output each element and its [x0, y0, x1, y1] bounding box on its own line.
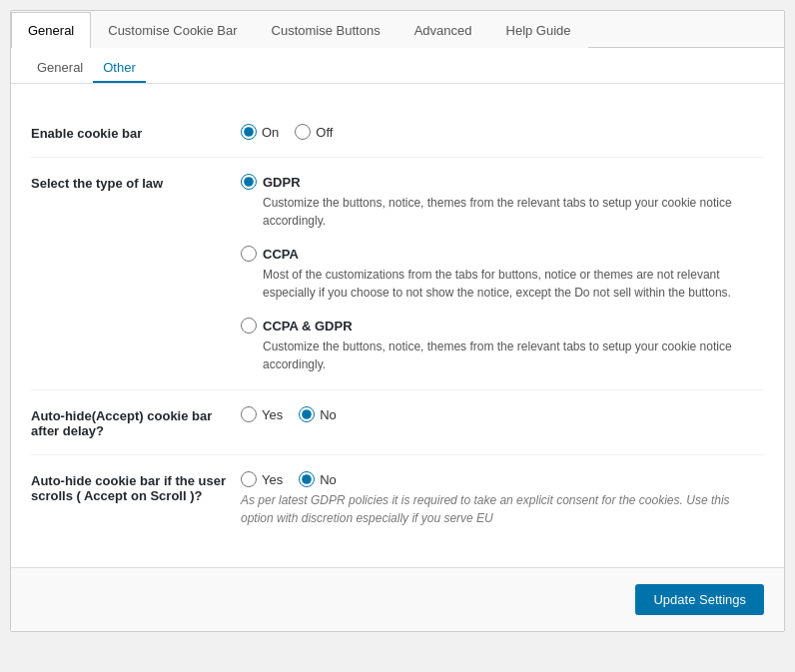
settings-content: Enable cookie bar On Off Select the type… — [11, 84, 784, 567]
enable-cookie-off-radio[interactable] — [295, 124, 311, 140]
ccpa-radio-row: CCPA — [241, 246, 764, 262]
auto-hide-delay-content: Yes No — [241, 406, 764, 422]
tab-customise-buttons[interactable]: Customise Buttons — [255, 12, 398, 48]
auto-hide-delay-row: Auto-hide(Accept) cookie bar after delay… — [31, 390, 764, 455]
ccpa-gdpr-option: CCPA & GDPR Customize the buttons, notic… — [241, 318, 764, 373]
ccpa-radio[interactable] — [241, 246, 257, 262]
enable-cookie-off-label[interactable]: Off — [316, 125, 333, 140]
tab-advanced[interactable]: Advanced — [398, 12, 489, 48]
ccpa-label[interactable]: CCPA — [263, 247, 299, 262]
ccpa-gdpr-radio-row: CCPA & GDPR — [241, 318, 764, 334]
auto-hide-scroll-content: Yes No As per latest GDPR policies it is… — [241, 471, 764, 527]
gdpr-label[interactable]: GDPR — [263, 175, 301, 190]
enable-cookie-bar-on[interactable]: On — [241, 124, 279, 140]
gdpr-option: GDPR Customize the buttons, notice, them… — [241, 174, 764, 230]
auto-hide-delay-no-label[interactable]: No — [320, 407, 337, 422]
auto-hide-scroll-no-radio[interactable] — [299, 471, 315, 487]
auto-hide-scroll-no[interactable]: No — [299, 471, 337, 487]
auto-hide-delay-no-radio[interactable] — [299, 406, 315, 422]
enable-cookie-bar-label: Enable cookie bar — [31, 124, 241, 141]
ccpa-gdpr-radio[interactable] — [241, 318, 257, 334]
update-settings-button[interactable]: Update Settings — [635, 584, 764, 615]
auto-hide-delay-yes[interactable]: Yes — [241, 406, 283, 422]
enable-cookie-bar-off[interactable]: Off — [295, 124, 333, 140]
sub-tab-general[interactable]: General — [27, 56, 93, 83]
ccpa-desc: Most of the customizations from the tabs… — [263, 266, 764, 302]
auto-hide-scroll-no-label[interactable]: No — [320, 472, 337, 487]
enable-cookie-bar-options: On Off — [241, 124, 764, 140]
ccpa-option: CCPA Most of the customizations from the… — [241, 246, 764, 302]
auto-hide-scroll-options: Yes No — [241, 471, 764, 487]
settings-panel: General Customise Cookie Bar Customise B… — [10, 10, 785, 632]
auto-hide-delay-no[interactable]: No — [299, 406, 337, 422]
auto-hide-delay-yes-radio[interactable] — [241, 406, 257, 422]
auto-hide-delay-options: Yes No — [241, 406, 764, 422]
enable-cookie-bar-content: On Off — [241, 124, 764, 140]
gdpr-radio-row: GDPR — [241, 174, 764, 190]
enable-cookie-on-label[interactable]: On — [262, 125, 279, 140]
auto-hide-scroll-row: Auto-hide cookie bar if the user scrolls… — [31, 455, 764, 543]
law-type-content: GDPR Customize the buttons, notice, them… — [241, 174, 764, 373]
auto-hide-scroll-desc: As per latest GDPR policies it is requir… — [241, 491, 764, 527]
sub-tab-other[interactable]: Other — [93, 56, 146, 83]
gdpr-radio[interactable] — [241, 174, 257, 190]
gdpr-desc: Customize the buttons, notice, themes fr… — [263, 194, 764, 230]
auto-hide-scroll-label: Auto-hide cookie bar if the user scrolls… — [31, 471, 241, 503]
main-tabs: General Customise Cookie Bar Customise B… — [11, 11, 784, 48]
tab-customise-cookie-bar[interactable]: Customise Cookie Bar — [91, 12, 254, 48]
auto-hide-scroll-yes-radio[interactable] — [241, 471, 257, 487]
tab-help-guide[interactable]: Help Guide — [489, 12, 588, 48]
sub-tabs: General Other — [11, 48, 784, 84]
auto-hide-scroll-yes[interactable]: Yes — [241, 471, 283, 487]
tab-general[interactable]: General — [11, 12, 91, 48]
law-type-label: Select the type of law — [31, 174, 241, 191]
auto-hide-delay-label: Auto-hide(Accept) cookie bar after delay… — [31, 406, 241, 438]
enable-cookie-bar-row: Enable cookie bar On Off — [31, 108, 764, 158]
law-type-row: Select the type of law GDPR Customize th… — [31, 158, 764, 390]
ccpa-gdpr-desc: Customize the buttons, notice, themes fr… — [263, 337, 764, 373]
ccpa-gdpr-label[interactable]: CCPA & GDPR — [263, 319, 353, 334]
enable-cookie-on-radio[interactable] — [241, 124, 257, 140]
auto-hide-delay-yes-label[interactable]: Yes — [262, 407, 283, 422]
auto-hide-scroll-yes-label[interactable]: Yes — [262, 472, 283, 487]
settings-footer: Update Settings — [11, 567, 784, 631]
